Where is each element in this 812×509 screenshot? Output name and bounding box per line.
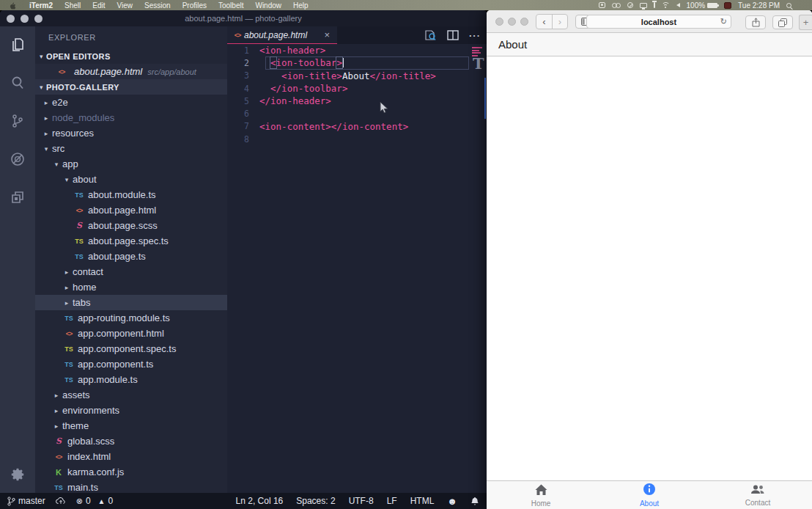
forward-button[interactable]: › — [552, 15, 567, 29]
tree-item-global-scss[interactable]: Sglobal.scss — [35, 433, 227, 449]
tab-contact[interactable]: Contact — [704, 481, 812, 509]
status-utf-8[interactable]: UTF-8 — [349, 496, 374, 506]
new-tab-button[interactable]: + — [799, 15, 812, 30]
files-icon[interactable] — [8, 35, 27, 54]
code-line-5[interactable]: 5</ion-header> — [227, 95, 470, 107]
tree-item-home[interactable]: ▸home — [35, 279, 227, 295]
close-button[interactable] — [495, 18, 503, 26]
tab-home[interactable]: Home — [487, 481, 595, 509]
tree-item-app-component-html[interactable]: <>app.component.html — [35, 326, 227, 341]
tree-item-src[interactable]: ▾src — [35, 141, 227, 156]
tree-item-app-module-ts[interactable]: TSapp.module.ts — [35, 372, 227, 387]
wifi-icon[interactable] — [662, 2, 670, 8]
tree-item-about-page-ts[interactable]: TSabout.page.ts — [35, 249, 227, 264]
more-actions-icon[interactable]: ··· — [469, 30, 481, 41]
tab-overview-button[interactable] — [772, 15, 793, 29]
tab-about[interactable]: About — [595, 481, 704, 509]
sync-button[interactable] — [56, 497, 66, 505]
tree-item-contact[interactable]: ▸contact — [35, 264, 227, 279]
zoom-button[interactable] — [520, 18, 528, 26]
tree-item-assets[interactable]: ▸assets — [35, 387, 227, 403]
menubar-clock[interactable]: Tue 2:28 PM — [738, 1, 780, 10]
close-tab-icon[interactable]: × — [322, 29, 331, 40]
tree-item-e2e[interactable]: ▸e2e — [35, 95, 227, 110]
code-line-6[interactable]: 6 — [227, 107, 470, 120]
app-swatch-icon[interactable] — [724, 2, 731, 9]
code-line-4[interactable]: 4 </ion-toolbar> — [227, 82, 470, 95]
menu-session[interactable]: Session — [139, 1, 177, 10]
tree-item-node-modules[interactable]: ▸node_modules — [35, 110, 227, 125]
spotlight-icon[interactable] — [786, 3, 791, 8]
tree-item-about-page-scss[interactable]: Sabout.page.scss — [35, 218, 227, 233]
code-editor[interactable]: 1<ion-header>2 <ion-toolbar>3 <ion-title… — [227, 44, 470, 493]
tree-item-app-routing-module-ts[interactable]: TSapp-routing.module.ts — [35, 310, 227, 326]
plug-icon[interactable] — [654, 2, 655, 8]
line-number: 7 — [227, 121, 259, 131]
status-spaces[interactable]: Spaces: 2 — [296, 496, 335, 506]
code-line-3[interactable]: 3 <ion-title>About</ion-title> — [227, 70, 470, 82]
minimap[interactable]: T — [470, 44, 487, 493]
open-editors-header[interactable]: ▾ OPEN EDITORS — [35, 48, 227, 64]
notification-center-icon[interactable] — [798, 3, 805, 8]
tree-item-app-component-ts[interactable]: TSapp.component.ts — [35, 356, 227, 372]
tree-item-about[interactable]: ▾about — [35, 172, 227, 187]
tree-item-app-component-spec-ts[interactable]: TSapp.component.spec.ts — [35, 341, 227, 356]
tree-item-theme[interactable]: ▸theme — [35, 418, 227, 433]
capture-icon[interactable] — [599, 2, 605, 8]
split-editor-icon[interactable] — [447, 30, 459, 40]
menu-toolbelt[interactable]: Toolbelt — [213, 1, 249, 10]
feedback-smiley-icon[interactable]: ☻ — [447, 496, 457, 507]
menu-help[interactable]: Help — [287, 1, 314, 10]
gear-icon[interactable] — [8, 465, 27, 484]
reload-icon[interactable]: ↻ — [720, 17, 727, 26]
scrollbar-indicator[interactable] — [484, 78, 486, 119]
tree-item-app[interactable]: ▾app — [35, 156, 227, 172]
tree-item-main-ts[interactable]: TSmain.ts — [35, 480, 227, 493]
code-line-8[interactable]: 8 — [227, 133, 470, 145]
find-in-file-icon[interactable] — [424, 29, 437, 41]
open-editor-item[interactable]: <> about.page.html src/app/about — [35, 64, 227, 79]
code-line-2[interactable]: 2 <ion-toolbar> — [227, 56, 470, 69]
code-line-1[interactable]: 1<ion-header> — [227, 44, 470, 56]
tree-item-tabs[interactable]: ▸tabs — [35, 295, 227, 310]
menu-shell[interactable]: Shell — [59, 1, 86, 10]
menu-iterm2[interactable]: iTerm2 — [23, 1, 59, 10]
code-line-7[interactable]: 7<ion-content></ion-content> — [227, 120, 470, 133]
glasses-icon[interactable] — [612, 3, 621, 7]
menu-window[interactable]: Window — [249, 1, 287, 10]
vscode-titlebar[interactable]: about.page.html — photo-gallery — [0, 10, 487, 26]
minimize-button[interactable] — [508, 18, 516, 26]
problems-indicator[interactable]: ⊗ 0 ▲ 0 — [76, 496, 114, 506]
menu-edit[interactable]: Edit — [86, 1, 111, 10]
tree-item-about-page-spec-ts[interactable]: TSabout.page.spec.ts — [35, 233, 227, 249]
back-button[interactable]: ‹ — [536, 15, 552, 29]
display-icon[interactable] — [640, 3, 647, 8]
status-ln-2-col-16[interactable]: Ln 2, Col 16 — [236, 496, 284, 506]
source-control-icon[interactable] — [8, 111, 27, 131]
tree-item-resources[interactable]: ▸resources — [35, 125, 227, 141]
tree-item-about-page-html[interactable]: <>about.page.html — [35, 202, 227, 218]
tree-item-index-html[interactable]: <>index.html — [35, 449, 227, 464]
apple-icon[interactable] — [7, 1, 18, 9]
tree-item-about-module-ts[interactable]: TSabout.module.ts — [35, 187, 227, 202]
dnd-icon[interactable] — [627, 2, 633, 8]
line-number: 2 — [227, 58, 259, 68]
address-bar[interactable]: localhost ↻ — [586, 15, 731, 29]
share-button[interactable] — [745, 15, 766, 29]
tree-item-karma-conf-js[interactable]: Kkarma.conf.js — [35, 464, 227, 480]
extensions-icon[interactable] — [8, 188, 27, 207]
status-lf[interactable]: LF — [387, 496, 397, 506]
menu-view[interactable]: View — [111, 1, 139, 10]
git-branch-indicator[interactable]: master — [7, 496, 45, 506]
volume-icon[interactable] — [676, 3, 680, 7]
menu-profiles[interactable]: Profiles — [177, 1, 213, 10]
status-html[interactable]: HTML — [410, 496, 435, 506]
tree-item-environments[interactable]: ▸environments — [35, 403, 227, 418]
editor-tab-about-page-html[interactable]: <> about.page.html × — [227, 26, 337, 44]
project-section-header[interactable]: ▾ PHOTO-GALLERY — [35, 79, 227, 95]
search-icon[interactable] — [8, 73, 27, 92]
battery-indicator[interactable]: 100% — [687, 1, 718, 10]
debug-icon[interactable] — [8, 150, 27, 169]
bell-icon[interactable] — [470, 497, 479, 506]
info-icon — [643, 483, 656, 499]
